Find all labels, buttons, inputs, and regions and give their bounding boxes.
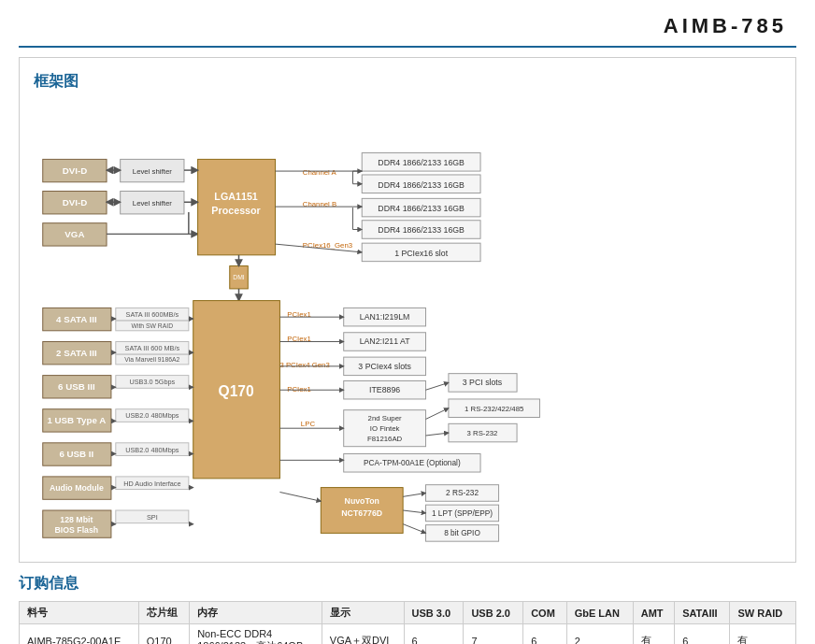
nuv-gpio-label: 8 bit GPIO (444, 528, 480, 537)
cell-chip: Q170 (138, 624, 189, 645)
cell-usb2: 7 (464, 624, 523, 645)
sata4-bus-label: SATA III 600MB/s (126, 310, 179, 319)
page-title: AIMB-785 (664, 14, 787, 38)
usba-bus-label: USB2.0 480Mbps (125, 411, 179, 420)
pcie1-label3: PCIex1 (287, 385, 311, 394)
processor-label1: LGA1151 (214, 191, 258, 202)
usb2-bus-label: USB2.0 480Mbps (125, 446, 179, 454)
usb1a-label: 1 USB Type A (47, 415, 106, 425)
nuvoton-label1: NuvoTon (345, 496, 379, 506)
sata2-bus-label: SATA III 600 MB/s (125, 344, 180, 352)
col-swraid-header: SW RAID (730, 602, 796, 624)
sata4-bus-label2: With SW RAID (131, 322, 173, 329)
levelshifter2-label: Level shifter (133, 199, 172, 208)
pcie4slots-label: 3 PCIex4 slots (358, 362, 411, 371)
lpc-label: LPC (301, 420, 316, 428)
col-mem-header: 内存 (190, 602, 322, 624)
mem3-label: DDR4 1866/2133 16GB (378, 204, 465, 213)
cell-usb3: 6 (404, 624, 464, 645)
page-header: AIMB-785 (19, 9, 796, 48)
block-diagram: DVI-D DVI-D VGA Level shifter Level shif… (34, 99, 781, 548)
levelshifter1-label: Level shifter (133, 167, 172, 176)
sata2-bus-label2: Via Marvell 9186A2 (124, 356, 179, 363)
audio-bus-label: HD Audio Interface (123, 479, 180, 488)
table-row: AIMB-785G2-00A1E Q170 Non-ECC DDR41866/2… (20, 624, 796, 645)
pcie16-gen3-label: PCIex16_Gen3 (303, 241, 352, 250)
superio-label2: IO Fintek (370, 424, 400, 433)
cell-sata: 6 (675, 624, 730, 645)
channel-b-label: Channel B (303, 200, 336, 208)
mem4-label: DDR4 1866/2133 16GB (378, 225, 465, 235)
col-usb2-header: USB 2.0 (464, 602, 523, 624)
channel-a-label: Channel A (303, 168, 337, 177)
diagram-title: 框架图 (34, 72, 781, 92)
usb6iii-label: 6 USB III (58, 381, 95, 392)
cell-part: AIMB-785G2-00A1E (20, 624, 139, 645)
col-amt-header: AMT (633, 602, 674, 624)
cell-mem: Non-ECC DDR41866/2133，高达64GB (190, 624, 322, 645)
bios-label2: BIOS Flash (54, 525, 98, 535)
pcie4-label: 3 PCIex4 Gen3 (279, 361, 329, 369)
pci3slots-label: 3 PCI slots (463, 378, 503, 387)
usb6ii-label: 6 USB II (59, 449, 93, 459)
cell-com: 6 (523, 624, 566, 645)
usb3-bus-label: USB3.0 5Gbps (129, 378, 175, 386)
pcie1-label2: PCIex1 (287, 336, 311, 344)
ite-pci3-arrow (426, 382, 449, 390)
pcie1-label1: PCIex1 (287, 310, 311, 319)
nuv-lpt-label: 1 LPT (SPP/EPP) (432, 508, 493, 518)
col-display-header: 显示 (322, 602, 404, 624)
ite-label: ITE8896 (369, 385, 400, 394)
lan2-label: LAN2:I211 AT (360, 336, 411, 346)
table-header-row: 料号 芯片组 内存 显示 USB 3.0 USB 2.0 COM GbE LAN… (20, 602, 796, 624)
cell-amt: 有 (633, 624, 674, 645)
vga-label: VGA (64, 229, 84, 239)
tpm-label: PCA-TPM-00A1E (Optional) (364, 458, 461, 467)
order-table: 料号 芯片组 内存 显示 USB 3.0 USB 2.0 COM GbE LAN… (19, 601, 796, 644)
mem1-label: DDR4 1866/2133 16GB (378, 158, 465, 167)
lan1-label: LAN1:I219LM (360, 312, 410, 322)
bios-label1: 128 Mbit (60, 515, 93, 524)
col-lan-header: GbE LAN (566, 602, 633, 624)
audio-label: Audio Module (50, 484, 104, 494)
processor-label2: Processor (211, 205, 261, 216)
col-part-header: 料号 (20, 602, 139, 624)
pcie16-label: 1 PCIex16 slot (394, 249, 449, 258)
superio-label1: 2nd Super (368, 414, 402, 422)
col-sata-header: SATAIII (675, 602, 730, 624)
nuv-gpio-arrow (403, 524, 425, 534)
nuvoton-label2: NCT6776D (341, 508, 382, 518)
superio-label3: F81216AD (367, 435, 403, 443)
rs232-3-label: 3 RS-232 (467, 429, 498, 437)
sata4-label: 4 SATA III (56, 314, 97, 324)
nuv-lpt-arrow (403, 510, 425, 513)
nuv-rs232-label: 2 RS-232 (446, 488, 479, 497)
sata2-label: 2 SATA III (56, 348, 97, 358)
rs232-422-label: 1 RS-232/422/485 (465, 405, 524, 413)
dvi1-label: DVI-D (63, 165, 88, 176)
col-chip-header: 芯片组 (138, 602, 189, 624)
dvi2-label: DVI-D (63, 197, 88, 208)
col-usb3-header: USB 3.0 (404, 602, 464, 624)
cell-swraid: 有 (730, 624, 796, 645)
diagram-section: 框架图 DVI-D DVI-D (19, 57, 796, 563)
superio-rs232-3-arrow (426, 433, 449, 436)
bios-bus-label: SPI (147, 513, 158, 522)
order-title: 订购信息 (19, 574, 796, 594)
cell-display: VGA＋双DVI (322, 624, 404, 645)
superio-rs232422-arrow (426, 408, 449, 420)
col-com-header: COM (523, 602, 566, 624)
cell-lan: 2 (566, 624, 633, 645)
nuv-rs232-arrow (403, 493, 425, 496)
diagram-svg: DVI-D DVI-D VGA Level shifter Level shif… (34, 99, 781, 548)
q170-label: Q170 (219, 383, 254, 399)
q170-nuvoton-arrow (279, 492, 321, 501)
mem2-label: DDR4 1866/2133 16GB (378, 180, 465, 190)
dmi-label: DMI (233, 274, 245, 280)
order-section: 订购信息 料号 芯片组 内存 显示 USB 3.0 USB 2.0 COM Gb… (19, 574, 796, 644)
